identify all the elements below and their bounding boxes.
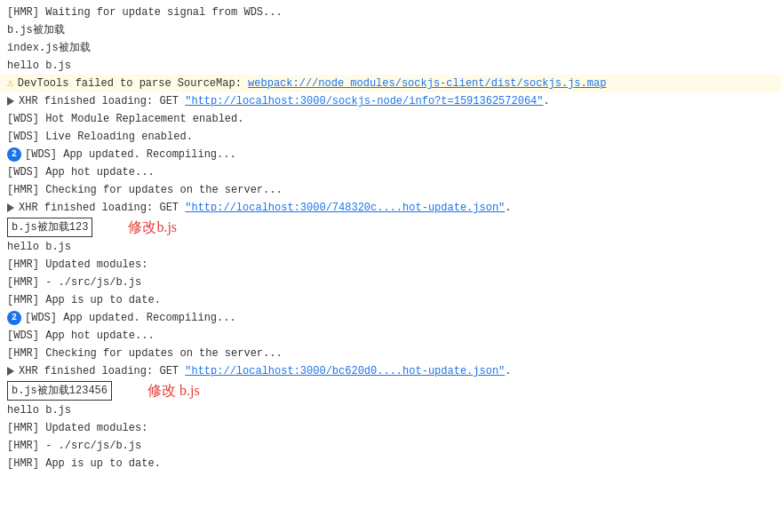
expand-icon[interactable] (7, 203, 14, 212)
log-line: [HMR] Checking for updates on the server… (0, 345, 781, 362)
log-text: [HMR] Checking for updates on the server… (7, 345, 283, 361)
log-text: [HMR] - ./src/js/b.js (7, 438, 141, 454)
boxed-line: b.js被加载123456 修改 b.js (0, 380, 781, 401)
xhr-text: XHR finished loading: GET (19, 363, 185, 379)
warning-icon: ⚠ (7, 75, 14, 91)
xhr-link[interactable]: "http://localhost:3000/sockjs-node/info?… (185, 93, 543, 109)
log-line: b.js被加载 (0, 21, 781, 39)
xhr-suffix: . (544, 93, 550, 109)
annotation-text: 修改 b.js (147, 383, 200, 399)
log-line: [HMR] Updated modules: (0, 419, 781, 437)
warning-text: DevTools failed to parse SourceMap: (18, 75, 248, 91)
log-line: [HMR] Waiting for update signal from WDS… (0, 4, 781, 21)
log-line-circle: 2 [WDS] App updated. Recompiling... (0, 146, 781, 163)
log-text: [WDS] App updated. Recompiling... (25, 147, 236, 163)
log-text: [WDS] App updated. Recompiling... (25, 310, 236, 326)
log-line: hello b.js (0, 57, 781, 75)
log-text: hello b.js (7, 402, 71, 418)
log-line: index.js被加载 (0, 39, 781, 57)
xhr-suffix: . (505, 363, 511, 379)
warning-line: ⚠ DevTools failed to parse SourceMap: we… (0, 75, 781, 92)
log-line: [HMR] - ./src/js/b.js (0, 274, 781, 291)
log-line: [WDS] App hot update... (0, 327, 781, 345)
expand-icon[interactable] (7, 97, 14, 106)
xhr-line: XHR finished loading: GET "http://localh… (0, 92, 781, 110)
log-text: [WDS] Live Reloading enabled. (7, 129, 193, 145)
log-line: [WDS] Live Reloading enabled. (0, 128, 781, 146)
log-text: [HMR] Checking for updates on the server… (7, 182, 283, 198)
log-text: [HMR] Updated modules: (7, 420, 147, 436)
log-text: hello b.js (7, 239, 71, 255)
log-text: [HMR] App is up to date. (7, 456, 161, 472)
xhr-text: XHR finished loading: GET (19, 200, 185, 216)
log-line: hello b.js (0, 238, 781, 256)
log-line: [HMR] Checking for updates on the server… (0, 181, 781, 199)
log-text: b.js被加载 (7, 22, 65, 38)
xhr-link[interactable]: "http://localhost:3000/748320c....hot-up… (185, 200, 505, 216)
log-text: [HMR] App is up to date. (7, 292, 161, 308)
log-line: [HMR] - ./src/js/b.js (0, 437, 781, 455)
log-line: [WDS] Hot Module Replacement enabled. (0, 110, 781, 128)
annotation-text: 修改b.js (128, 219, 177, 235)
log-text: [WDS] App hot update... (7, 164, 155, 180)
log-text: hello b.js (7, 58, 71, 74)
badge-2: 2 (7, 147, 21, 162)
xhr-suffix: . (505, 200, 511, 216)
log-text: index.js被加载 (7, 40, 91, 56)
highlighted-output: b.js被加载123 (7, 218, 92, 237)
log-text: [HMR] Waiting for update signal from WDS… (7, 4, 283, 20)
log-line: [HMR] App is up to date. (0, 291, 781, 309)
log-line: hello b.js (0, 401, 781, 419)
xhr-line: XHR finished loading: GET "http://localh… (0, 199, 781, 217)
xhr-text: XHR finished loading: GET (19, 93, 185, 109)
warning-link[interactable]: webpack:///node_modules/sockjs-client/di… (248, 75, 606, 91)
boxed-line: b.js被加载123 修改b.js (0, 217, 781, 238)
xhr-line: XHR finished loading: GET "http://localh… (0, 362, 781, 380)
log-line-circle: 2 [WDS] App updated. Recompiling... (0, 309, 781, 327)
log-line: [HMR] App is up to date. (0, 455, 781, 472)
xhr-link[interactable]: "http://localhost:3000/bc620d0....hot-up… (185, 363, 505, 379)
log-line: [WDS] App hot update... (0, 163, 781, 181)
badge-2: 2 (7, 311, 21, 325)
log-text: [HMR] - ./src/js/b.js (7, 274, 141, 290)
log-line: [HMR] Updated modules: (0, 256, 781, 274)
highlighted-output: b.js被加载123456 (7, 381, 112, 401)
log-text: [WDS] App hot update... (7, 328, 155, 344)
expand-icon[interactable] (7, 367, 14, 376)
log-text: [WDS] Hot Module Replacement enabled. (7, 111, 243, 127)
log-text: [HMR] Updated modules: (7, 257, 147, 273)
console-area: [HMR] Waiting for update signal from WDS… (0, 0, 781, 476)
